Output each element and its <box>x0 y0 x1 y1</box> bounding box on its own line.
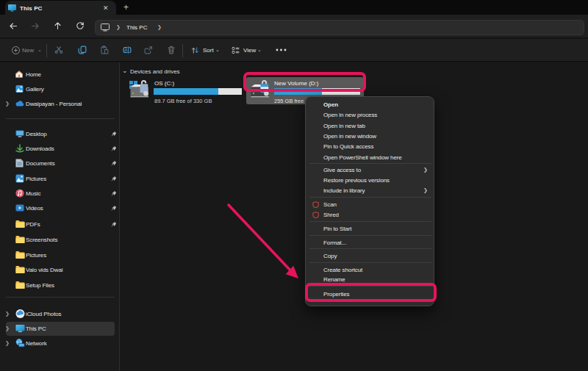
svg-text:A: A <box>124 48 127 52</box>
